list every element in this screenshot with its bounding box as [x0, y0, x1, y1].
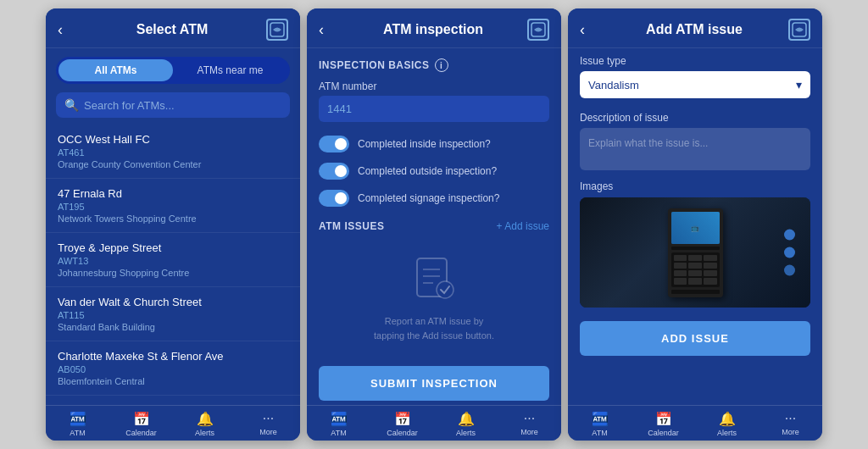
- description-group: Description of issue Explain what the is…: [568, 105, 822, 177]
- atm-address: Bloemfontein Central: [58, 376, 288, 386]
- tab-all-atms[interactable]: All ATMs: [58, 59, 173, 81]
- screen-atm-inspection: ‹ ATM inspection INSPECTION BASICS i ATM…: [307, 8, 561, 441]
- nav-alerts-label: Alerts: [195, 429, 214, 437]
- toggle-signage-label: Completed signage inspection?: [358, 192, 499, 204]
- submit-inspection-button[interactable]: SUBMIT INSPECTION: [319, 366, 549, 401]
- toggle-signage: Completed signage inspection?: [307, 185, 561, 212]
- list-item[interactable]: 15 Kloof Nek Road AT034: [46, 396, 300, 405]
- atm-code: AT195: [58, 202, 288, 212]
- atm-address: Network Towers Shopping Centre: [58, 213, 288, 224]
- add-issue-button[interactable]: ADD ISSUE: [580, 321, 810, 356]
- atm-number-input[interactable]: 1441: [319, 96, 549, 122]
- svg-point-6: [437, 281, 453, 298]
- nav-alerts[interactable]: 🔔 Alerts: [173, 411, 236, 437]
- nav-more-label: More: [782, 428, 799, 436]
- list-item[interactable]: Charlotte Maxeke St & Flenor Ave AB050 B…: [46, 341, 300, 396]
- atm-code: AB050: [58, 364, 288, 374]
- screen2-header: ‹ ATM inspection: [307, 8, 561, 48]
- nav-calendar[interactable]: 📅 Calendar: [632, 411, 695, 437]
- nav-atm[interactable]: 🏧 ATM: [568, 411, 632, 437]
- more-icon: ···: [785, 411, 796, 426]
- toggle-outside: Completed outside inspection?: [307, 158, 561, 185]
- nav-alerts[interactable]: 🔔 Alerts: [434, 411, 498, 437]
- list-item[interactable]: Troye & Jeppe Street AWT13 Johannesburg …: [46, 233, 300, 287]
- description-placeholder: Explain what the issue is...: [588, 137, 708, 149]
- nav-more[interactable]: ··· More: [498, 411, 561, 437]
- toggle-signage-switch[interactable]: [319, 190, 349, 207]
- list-item[interactable]: OCC West Hall FC AT461 Orange County Con…: [46, 125, 300, 179]
- nav-more[interactable]: ··· More: [236, 411, 300, 437]
- toggle-inside-label: Completed inside inspection?: [358, 138, 491, 150]
- description-label: Description of issue: [580, 112, 810, 124]
- nav-atm[interactable]: 🏧 ATM: [46, 411, 109, 437]
- atm-address: Johannesburg Shopping Centre: [58, 268, 288, 278]
- back-button[interactable]: ‹: [580, 21, 600, 39]
- images-label: Images: [568, 177, 822, 197]
- back-button[interactable]: ‹: [58, 21, 78, 39]
- nav-calendar-label: Calendar: [648, 429, 679, 437]
- screen3-title: Add ATM issue: [600, 22, 788, 37]
- issue-type-group: Issue type Vandalism ▾: [568, 48, 822, 105]
- nav-atm-label: ATM: [331, 429, 346, 437]
- screen1-title: Select ATM: [78, 22, 266, 37]
- toggle-inside-switch[interactable]: [319, 136, 349, 152]
- atm-code: AT461: [58, 147, 288, 158]
- nav-more[interactable]: ··· More: [759, 411, 822, 437]
- search-icon: 🔍: [64, 98, 79, 112]
- calendar-icon: 📅: [394, 411, 411, 427]
- nav-alerts-label: Alerts: [456, 429, 476, 437]
- atm-name: Charlotte Maxeke St & Flenor Ave: [58, 350, 288, 363]
- nav-atm[interactable]: 🏧 ATM: [307, 411, 370, 437]
- nav-calendar-label: Calendar: [125, 429, 157, 437]
- atm-name: Troye & Jeppe Street: [58, 241, 288, 254]
- info-icon[interactable]: i: [435, 58, 448, 72]
- screen2-bottom-nav: 🏧 ATM 📅 Calendar 🔔 Alerts ··· More: [307, 405, 561, 441]
- atm-code: AWT13: [58, 256, 288, 266]
- nav-alerts[interactable]: 🔔 Alerts: [695, 411, 759, 437]
- atm-image-container: 📺: [580, 197, 810, 308]
- empty-state-text: Report an ATM issue bytapping the Add is…: [374, 314, 494, 342]
- atm-tab-bar: All ATMs ATMs near me: [56, 57, 290, 84]
- nav-more-label: More: [520, 428, 538, 436]
- nav-alerts-label: Alerts: [717, 429, 737, 437]
- search-input[interactable]: Search for ATMs...: [84, 99, 175, 112]
- screen-select-atm: ‹ Select ATM All ATMs ATMs near me 🔍 Sea…: [46, 8, 300, 441]
- atm-icon: 🏧: [592, 411, 609, 427]
- screen1-bottom-nav: 🏧 ATM 📅 Calendar 🔔 Alerts ··· More: [46, 405, 300, 441]
- screen3-header: ‹ Add ATM issue: [568, 8, 822, 48]
- empty-state: Report an ATM issue bytapping the Add is…: [307, 237, 561, 359]
- nav-calendar[interactable]: 📅 Calendar: [109, 411, 173, 437]
- standard-bank-logo: [788, 19, 810, 41]
- more-icon: ···: [263, 411, 274, 426]
- atm-address: Orange County Convention Center: [58, 159, 288, 169]
- toggle-outside-label: Completed outside inspection?: [358, 165, 497, 177]
- calendar-icon: 📅: [133, 411, 150, 427]
- list-item[interactable]: 47 Ernala Rd AT195 Network Towers Shoppi…: [46, 179, 300, 233]
- atm-icon: 🏧: [70, 411, 86, 427]
- toggle-outside-switch[interactable]: [319, 163, 349, 180]
- screens-container: ‹ Select ATM All ATMs ATMs near me 🔍 Sea…: [0, 0, 868, 449]
- description-textarea[interactable]: Explain what the issue is...: [580, 128, 810, 170]
- atm-name: OCC West Hall FC: [58, 133, 288, 146]
- atm-address: Standard Bank Building: [58, 322, 288, 332]
- alerts-icon: 🔔: [197, 411, 214, 427]
- alerts-icon: 🔔: [458, 411, 475, 427]
- screen3-bottom-nav: 🏧 ATM 📅 Calendar 🔔 Alerts ··· More: [568, 405, 822, 441]
- atm-list: OCC West Hall FC AT461 Orange County Con…: [46, 125, 300, 405]
- issue-type-select[interactable]: Vandalism ▾: [580, 71, 810, 98]
- tab-atms-near-me[interactable]: ATMs near me: [173, 59, 287, 81]
- alerts-icon: 🔔: [719, 411, 736, 427]
- chevron-down-icon: ▾: [796, 78, 802, 91]
- list-item[interactable]: Van der Walt & Church Street AT115 Stand…: [46, 287, 300, 341]
- screen3-body: Issue type Vandalism ▾ Description of is…: [568, 48, 822, 405]
- screen1-header: ‹ Select ATM: [46, 8, 300, 48]
- nav-calendar[interactable]: 📅 Calendar: [370, 411, 434, 437]
- screen2-title: ATM inspection: [339, 22, 527, 37]
- issue-type-label: Issue type: [580, 55, 810, 67]
- add-issue-link[interactable]: + Add issue: [497, 220, 549, 232]
- back-button[interactable]: ‹: [319, 21, 339, 39]
- atm-search-bar[interactable]: 🔍 Search for ATMs...: [56, 92, 290, 118]
- atm-icon: 🏧: [331, 411, 348, 427]
- nav-atm-label: ATM: [70, 429, 85, 437]
- empty-state-icon: [413, 254, 455, 308]
